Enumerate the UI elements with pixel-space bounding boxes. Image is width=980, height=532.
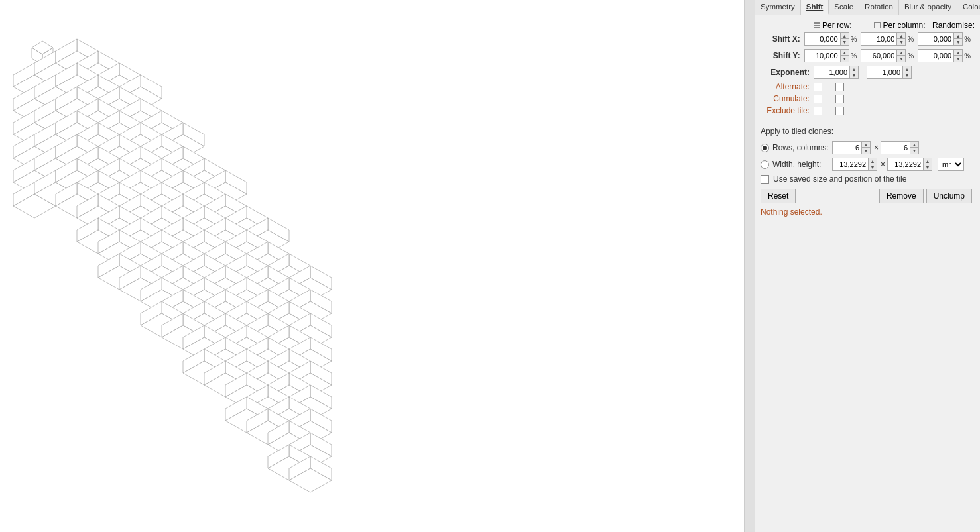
tab-rotation[interactable]: Rotation	[859, 0, 899, 15]
exponent-per-row-spinner: ▲ ▼	[814, 66, 859, 79]
cumulate-per-col-checkbox[interactable]	[835, 95, 844, 103]
cumulate-label: Cumulate:	[761, 94, 814, 103]
shift-x-rand-down[interactable]: ▼	[954, 39, 962, 45]
width-down[interactable]: ▼	[869, 164, 877, 170]
tab-scale[interactable]: Scale	[829, 0, 859, 15]
rows-up[interactable]: ▲	[862, 142, 870, 148]
alternate-per-col-checkbox[interactable]	[835, 83, 844, 91]
exponent-label: Exponent:	[761, 68, 814, 77]
shift-x-label: Shift X:	[761, 34, 804, 44]
per-row-header: Per row:	[814, 21, 871, 30]
width-input[interactable]	[832, 158, 869, 171]
height-down[interactable]: ▼	[924, 164, 932, 170]
shift-y-randomise-input[interactable]	[918, 49, 954, 62]
shift-y-per-row-input[interactable]	[804, 49, 841, 62]
shift-y-per-col-arrows: ▲ ▼	[897, 49, 906, 62]
shift-x-per-col-input[interactable]	[861, 32, 897, 46]
tab-colour[interactable]: Colour	[957, 0, 980, 15]
shift-y-rand-up[interactable]: ▲	[954, 50, 962, 56]
shift-x-per-row-up[interactable]: ▲	[841, 33, 849, 39]
cols-arrows: ▲ ▼	[910, 141, 919, 154]
shift-x-randomise-input[interactable]	[918, 32, 954, 46]
exclude-tile-per-col-checkbox[interactable]	[835, 107, 844, 115]
height-spinner: ▲ ▼	[887, 158, 932, 171]
shift-x-per-col-up[interactable]: ▲	[897, 33, 905, 39]
unit-select[interactable]: mm	[938, 158, 964, 171]
per-col-label: Per column:	[883, 21, 925, 30]
tab-shift[interactable]: Shift	[801, 0, 829, 15]
alternate-per-row-checkbox[interactable]	[814, 83, 822, 91]
reset-button[interactable]: Reset	[761, 189, 796, 203]
exclude-tile-label: Exclude tile:	[761, 106, 814, 115]
canvas-svg	[0, 0, 743, 532]
x-label-2: ×	[881, 160, 885, 169]
tab-blur-opacity[interactable]: Blur & opacity	[899, 0, 957, 15]
shift-y-pct3: %	[964, 52, 971, 60]
shift-x-randomise-arrows: ▲ ▼	[954, 32, 963, 46]
rows-cols-radio[interactable]	[761, 144, 769, 152]
exponent-per-col-input[interactable]	[867, 66, 903, 79]
shift-x-rand-up[interactable]: ▲	[954, 33, 962, 39]
shift-y-randomise-spinner: ▲ ▼	[918, 49, 963, 62]
exponent-per-row-input[interactable]	[814, 66, 850, 79]
width-arrows: ▲ ▼	[869, 158, 877, 171]
shift-y-per-col-spinner: ▲ ▼	[861, 49, 906, 62]
width-height-radio[interactable]	[761, 160, 769, 169]
cumulate-per-row-checkbox[interactable]	[814, 95, 822, 103]
height-input[interactable]	[887, 158, 924, 171]
shift-y-label: Shift Y:	[761, 51, 804, 60]
shift-y-per-row-arrows: ▲ ▼	[841, 49, 849, 62]
shift-y-per-row-down[interactable]: ▼	[841, 56, 849, 62]
exponent-per-row-down[interactable]: ▼	[850, 72, 858, 78]
exponent-per-col-arrows: ▲ ▼	[903, 66, 912, 79]
shift-y-rand-down[interactable]: ▼	[954, 56, 962, 62]
shift-x-per-row-input[interactable]	[804, 32, 841, 46]
shift-y-per-col-up[interactable]: ▲	[897, 50, 905, 56]
rows-cols-label: Rows, columns:	[772, 143, 832, 152]
exclude-tile-per-row-checkbox[interactable]	[814, 107, 822, 115]
shift-x-randomise-spinner: ▲ ▼	[918, 32, 963, 46]
svg-marker-0	[32, 41, 53, 54]
remove-button[interactable]: Remove	[879, 189, 924, 203]
height-up[interactable]: ▲	[924, 158, 932, 164]
cols-up[interactable]: ▲	[910, 142, 918, 148]
exponent-per-row-up[interactable]: ▲	[850, 66, 858, 72]
use-saved-checkbox[interactable]	[761, 175, 769, 184]
exponent-per-col-up[interactable]: ▲	[903, 66, 911, 72]
column-headers: Per row: Per column: Randomise:	[814, 21, 975, 30]
shift-x-row: Shift X: ▲ ▼ % ▲ ▼ % ▲	[761, 32, 975, 46]
x-label-1: ×	[874, 143, 879, 152]
exponent-per-row-arrows: ▲ ▼	[850, 66, 859, 79]
per-row-label: Per row:	[822, 21, 852, 30]
shift-y-row: Shift Y: ▲ ▼ % ▲ ▼ % ▲	[761, 49, 975, 62]
shift-y-randomise-arrows: ▲ ▼	[954, 49, 963, 62]
panel-content: Per row: Per column: Randomise: Shift X:…	[755, 15, 980, 532]
apply-label: Apply to tiled clones:	[761, 127, 975, 136]
shift-x-per-row-arrows: ▲ ▼	[841, 32, 849, 46]
rows-input[interactable]	[832, 141, 862, 154]
width-height-row: Width, height: ▲ ▼ × ▲ ▼ mm	[761, 158, 975, 171]
rows-arrows: ▲ ▼	[862, 141, 871, 154]
unclump-button[interactable]: Unclump	[926, 189, 972, 203]
shift-y-per-col-down[interactable]: ▼	[897, 56, 905, 62]
shift-x-per-row-down[interactable]: ▼	[841, 39, 849, 45]
shift-x-per-col-arrows: ▲ ▼	[897, 32, 906, 46]
shift-x-per-col-down[interactable]: ▼	[897, 39, 905, 45]
cols-down[interactable]: ▼	[910, 148, 918, 154]
canvas-scrollbar[interactable]	[744, 0, 755, 532]
cols-input[interactable]	[881, 141, 910, 154]
shift-y-per-row-up[interactable]: ▲	[841, 50, 849, 56]
tab-symmetry[interactable]: Symmetry	[755, 0, 801, 15]
tab-bar: Symmetry Shift Scale Rotation Blur & opa…	[755, 0, 980, 15]
cumulate-row: Cumulate:	[761, 94, 975, 103]
rows-spinner: ▲ ▼	[832, 141, 871, 154]
exponent-per-col-down[interactable]: ▼	[903, 72, 911, 78]
randomise-label: Randomise:	[932, 21, 975, 30]
canvas-area	[0, 0, 744, 532]
shift-y-per-col-input[interactable]	[861, 49, 897, 62]
per-row-icon	[814, 22, 820, 28]
width-up[interactable]: ▲	[869, 158, 877, 164]
randomise-header: Randomise:	[932, 21, 975, 30]
exponent-row: Exponent: ▲ ▼ ▲ ▼	[761, 66, 975, 79]
rows-down[interactable]: ▼	[862, 148, 870, 154]
